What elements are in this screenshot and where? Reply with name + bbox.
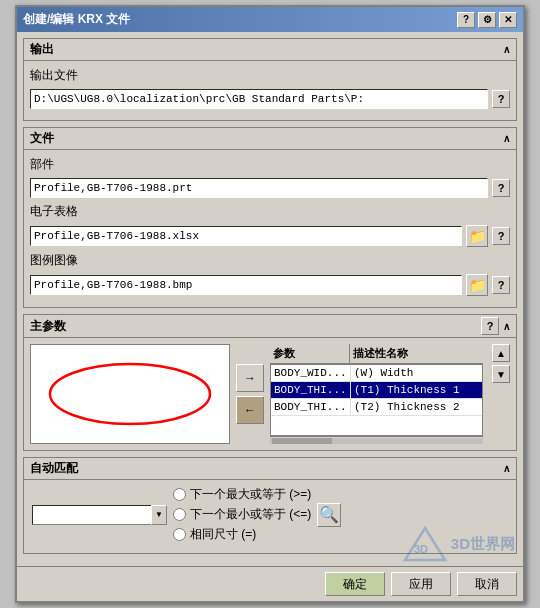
spreadsheet-label: 电子表格 (30, 203, 78, 220)
auto-match-section: 自动匹配 ∧ ▼ (23, 457, 517, 554)
scroll-down-button[interactable]: ▼ (492, 365, 510, 383)
main-params-section: 主参数 ? ∧ → (23, 314, 517, 451)
settings-button[interactable]: ⚙ (478, 12, 496, 28)
param-col: BODY_THI... (271, 399, 351, 415)
spreadsheet-folder-button[interactable]: 📁 (466, 225, 488, 247)
confirm-label: 确定 (343, 576, 367, 593)
output-collapse-icon[interactable]: ∧ (503, 44, 510, 55)
oval-svg (40, 354, 220, 434)
image-input[interactable] (30, 275, 462, 295)
file-section: 文件 ∧ 部件 ? 电子表格 (23, 127, 517, 308)
table-row[interactable]: BODY_WID... (W) Width (271, 365, 482, 382)
combo-dropdown-button[interactable]: ▼ (151, 505, 167, 525)
radio-row-1: 下一个最大或等于 (>=) (173, 486, 311, 503)
output-section: 输出 ∧ 输出文件 ? (23, 38, 517, 121)
params-scroll-buttons: ▲ ▼ (492, 344, 510, 444)
oval-preview (30, 344, 230, 444)
spreadsheet-label-row: 电子表格 (30, 203, 510, 220)
close-button[interactable]: ✕ (499, 12, 517, 28)
help-icon: ? (498, 230, 505, 242)
output-section-header: 输出 ∧ (24, 39, 516, 61)
part-label: 部件 (30, 156, 54, 173)
image-input-row: 📁 ? (30, 274, 510, 296)
params-table-header: 参数 描述性名称 (270, 344, 483, 364)
chevron-down-icon: ▼ (155, 510, 163, 519)
desc-col: (T1) Thickness 1 (351, 382, 482, 398)
radio-less-equal-label: 下一个最小或等于 (<=) (190, 506, 311, 523)
bottom-bar: 确定 应用 取消 (17, 566, 523, 601)
output-label: 输出 (30, 41, 54, 58)
arrow-up-icon: ▲ (496, 348, 506, 359)
gear-icon: ⚙ (483, 14, 492, 25)
radio-greater-equal-label: 下一个最大或等于 (>=) (190, 486, 311, 503)
radio-greater-equal[interactable] (173, 488, 186, 501)
search-button[interactable]: 🔍 (317, 503, 341, 527)
title-bar: 创建/编辑 KRX 文件 ? ⚙ ✕ (17, 7, 523, 32)
image-folder-button[interactable]: 📁 (466, 274, 488, 296)
params-table-container: 参数 描述性名称 BODY_WID... (W) Width BODY_THI.… (270, 344, 483, 444)
desc-col: (W) Width (351, 365, 482, 381)
auto-match-combo[interactable] (32, 505, 152, 525)
main-params-label: 主参数 (30, 318, 66, 335)
title-buttons: ? ⚙ ✕ (457, 12, 517, 28)
close-icon: ✕ (504, 14, 512, 25)
part-input[interactable] (30, 178, 488, 198)
spreadsheet-input-row: 📁 ? (30, 225, 510, 247)
radio-group: 下一个最大或等于 (>=) 下一个最小或等于 (<=) 相同尺寸 (=) (173, 486, 311, 543)
radio-equal-label: 相同尺寸 (=) (190, 526, 256, 543)
minimize-button[interactable]: ? (457, 12, 475, 28)
remove-param-button[interactable]: ← (236, 396, 264, 424)
table-row[interactable]: BODY_THI... (T2) Thickness 2 (271, 399, 482, 416)
apply-label: 应用 (409, 576, 433, 593)
scroll-up-button[interactable]: ▲ (492, 344, 510, 362)
folder-icon: 📁 (469, 228, 486, 244)
auto-match-body: ▼ 下一个最大或等于 (>=) 下一个最小或等于 (<=) (24, 480, 516, 553)
file-label: 文件 (30, 130, 54, 147)
arrow-left-icon: ← (244, 403, 256, 417)
param-col: BODY_THI... (271, 382, 351, 398)
add-param-button[interactable]: → (236, 364, 264, 392)
help-icon: ? (498, 182, 505, 194)
part-help-button[interactable]: ? (492, 179, 510, 197)
apply-button[interactable]: 应用 (391, 572, 451, 596)
cancel-button[interactable]: 取消 (457, 572, 517, 596)
params-table-body: BODY_WID... (W) Width BODY_THI... (T1) T… (270, 364, 483, 436)
output-help-button[interactable]: ? (492, 90, 510, 108)
table-scrollbar[interactable] (270, 436, 483, 444)
output-file-row: 输出文件 (30, 67, 510, 84)
output-file-input[interactable] (30, 89, 488, 109)
help-icon: ? (498, 279, 505, 291)
radio-row-3: 相同尺寸 (=) (173, 526, 311, 543)
radio-equal[interactable] (173, 528, 186, 541)
image-label: 图例图像 (30, 252, 78, 269)
confirm-button[interactable]: 确定 (325, 572, 385, 596)
main-params-help-button[interactable]: ? (481, 317, 499, 335)
output-file-input-row: ? (30, 89, 510, 109)
spreadsheet-input[interactable] (30, 226, 462, 246)
arrow-down-icon: ▼ (496, 369, 506, 380)
svg-point-0 (50, 364, 210, 424)
image-help-button[interactable]: ? (492, 276, 510, 294)
window-title: 创建/编辑 KRX 文件 (23, 11, 130, 28)
col-desc-header: 描述性名称 (350, 344, 483, 363)
main-params-collapse-icon[interactable]: ∧ (503, 321, 510, 332)
auto-match-label: 自动匹配 (30, 460, 78, 477)
desc-col: (T2) Thickness 2 (351, 399, 482, 415)
col-param-header: 参数 (270, 344, 350, 363)
folder-icon: 📁 (469, 277, 486, 293)
radio-less-equal[interactable] (173, 508, 186, 521)
file-section-header: 文件 ∧ (24, 128, 516, 150)
auto-match-section-header: 自动匹配 ∧ (24, 458, 516, 480)
part-label-row: 部件 (30, 156, 510, 173)
combo-container: ▼ (32, 505, 167, 525)
part-input-row: ? (30, 178, 510, 198)
arrow-right-icon: → (244, 371, 256, 385)
auto-match-collapse-icon[interactable]: ∧ (503, 463, 510, 474)
arrow-buttons: → ← (236, 344, 264, 444)
table-row[interactable]: BODY_THI... (T1) Thickness 1 (271, 382, 482, 399)
spreadsheet-help-button[interactable]: ? (492, 227, 510, 245)
auto-match-controls-row: ▼ 下一个最大或等于 (>=) 下一个最小或等于 (<=) (32, 486, 508, 543)
file-collapse-icon[interactable]: ∧ (503, 133, 510, 144)
minimize-icon: ? (463, 14, 469, 25)
image-label-row: 图例图像 (30, 252, 510, 269)
